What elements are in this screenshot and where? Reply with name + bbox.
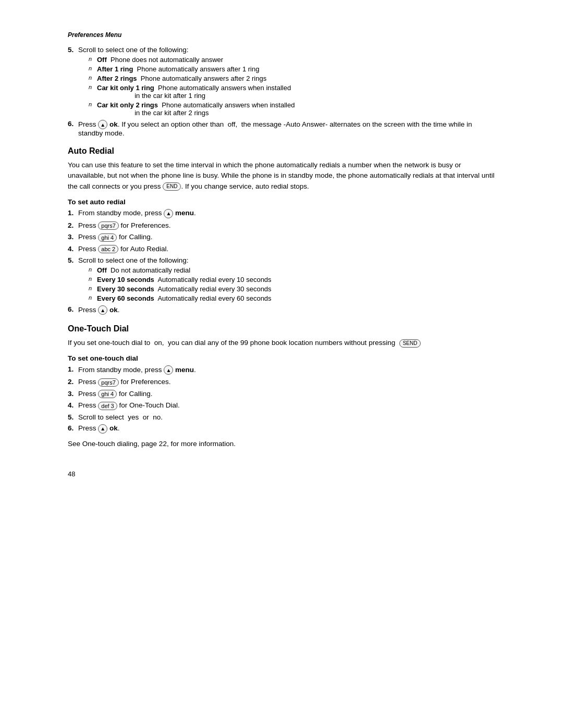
step-6: 6. Press ▲ ok. If you select an option o… [68, 120, 495, 137]
end-key-icon: END [163, 182, 181, 191]
send-key-icon: SEND [399, 339, 421, 348]
bullet-after-1-ring: After 1 ring Phone automatically answers… [89, 65, 495, 73]
bullet-after-2-rings: After 2 rings Phone automatically answer… [89, 75, 495, 82]
pqrs7-key-2: pqrs7 [98, 378, 119, 387]
pqrs7-key: pqrs7 [98, 221, 119, 230]
menu-arrow-icon-2: ▲ [164, 365, 173, 375]
bullet-10s: Every 10 seconds Automatically redial ev… [89, 276, 495, 283]
step-5: 5. Scroll to select one of the following… [68, 46, 495, 117]
auto-redial-heading: Auto Redial [68, 146, 495, 156]
one-touch-dial-description: If you set one-touch dial to on, you can… [68, 338, 495, 348]
bullet-30s: Every 30 seconds Automatically redial ev… [89, 285, 495, 293]
one-touch-dial-subsection-title: To set one-touch dial [68, 354, 495, 362]
auto-redial-options: Off Do not automatically redial Every 10… [89, 266, 495, 302]
auto-redial-step-2: 2. Press pqrs7 for Preferences. [68, 221, 495, 230]
ok-arrow-icon-2: ▲ [98, 305, 107, 315]
menu-arrow-icon: ▲ [164, 209, 173, 218]
ok-arrow-icon-3: ▲ [98, 424, 107, 434]
one-touch-step-5: 5. Scroll to select yes or no. [68, 413, 495, 421]
bullet-60s: Every 60 seconds Automatically redial ev… [89, 294, 495, 302]
one-touch-step-2: 2. Press pqrs7 for Preferences. [68, 378, 495, 386]
one-touch-step-4: 4. Press def 3 for One-Touch Dial. [68, 401, 495, 410]
one-touch-step-3: 3. Press ghi 4 for Calling. [68, 390, 495, 398]
ok-button-icon: ▲ [98, 120, 107, 129]
abc2-key: abc 2 [98, 245, 118, 253]
auto-redial-step-6: 6. Press ▲ ok. [68, 305, 495, 315]
auto-redial-step-3: 3. Press ghi 4 for Calling. [68, 233, 495, 241]
bullet-car-kit-2: Car kit only 2 rings Phone automatically… [89, 101, 495, 117]
bullet-off: Off Phone does not automatically answer [89, 56, 495, 64]
one-touch-step-6: 6. Press ▲ ok. [68, 424, 495, 434]
auto-redial-step-1: 1. From standby mode, press ▲ menu. [68, 209, 495, 218]
section-header: Preferences Menu [68, 31, 495, 39]
page-number: 48 [68, 470, 495, 478]
ghi4-key-2: ghi 4 [98, 390, 117, 398]
one-touch-step-1: 1. From standby mode, press ▲ menu. [68, 365, 495, 375]
bullet-off-redial: Off Do not automatically redial [89, 266, 495, 274]
def3-key: def 3 [98, 402, 117, 410]
auto-redial-step-4: 4. Press abc 2 for Auto Redial. [68, 245, 495, 253]
auto-redial-subsection-title: To set auto redial [68, 198, 495, 206]
auto-redial-step-5: 5. Scroll to select one of the following… [68, 256, 495, 302]
auto-redial-description: You can use this feature to set the time… [68, 160, 495, 192]
see-one-touch-reference: See One-touch dialing, page 22, for more… [68, 439, 495, 449]
ghi4-key: ghi 4 [98, 233, 117, 242]
auto-answer-options: Off Phone does not automatically answer … [89, 56, 495, 117]
one-touch-dial-heading: One-Touch Dial [68, 324, 495, 334]
bullet-car-kit-1: Car kit only 1 ring Phone automatically … [89, 84, 495, 100]
